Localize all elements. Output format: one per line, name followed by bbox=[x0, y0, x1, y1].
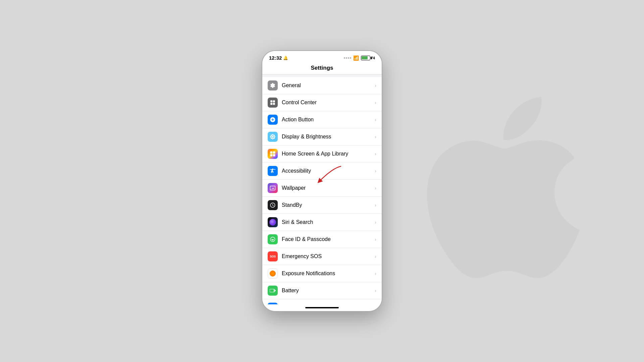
face-id-label: Face ID & Passcode bbox=[282, 236, 375, 242]
svg-rect-13 bbox=[275, 290, 276, 291]
general-icon bbox=[268, 80, 278, 90]
standby-chevron: › bbox=[375, 202, 376, 208]
sidebar-item-general[interactable]: General › bbox=[262, 77, 382, 94]
standby-icon bbox=[268, 200, 278, 210]
mute-icon: 🔔 bbox=[283, 56, 288, 60]
display-brightness-chevron: › bbox=[375, 134, 376, 139]
exposure-notifications-label: Exposure Notifications bbox=[282, 270, 375, 277]
sidebar-item-exposure-notifications[interactable]: Exposure Notifications › bbox=[262, 265, 382, 282]
home-indicator bbox=[305, 307, 339, 308]
status-time: 12:32 🔔 bbox=[269, 55, 288, 61]
svg-rect-12 bbox=[270, 289, 274, 292]
svg-rect-3 bbox=[270, 103, 272, 105]
page-title: Settings bbox=[311, 65, 333, 71]
face-id-chevron: › bbox=[375, 237, 376, 242]
general-label: General bbox=[282, 82, 375, 88]
sidebar-item-action-button[interactable]: Action Button › bbox=[262, 111, 382, 128]
sidebar-item-accessibility[interactable]: Accessibility › bbox=[262, 163, 382, 180]
svg-rect-2 bbox=[273, 100, 275, 102]
control-center-chevron: › bbox=[375, 100, 376, 105]
emergency-sos-label: Emergency SOS bbox=[282, 253, 375, 259]
standby-label: StandBy bbox=[282, 202, 375, 208]
privacy-security-icon bbox=[268, 303, 278, 304]
svg-rect-6 bbox=[273, 152, 275, 154]
siri-search-chevron: › bbox=[375, 220, 376, 225]
battery-icon bbox=[268, 286, 278, 296]
svg-rect-4 bbox=[273, 103, 275, 105]
siri-icon bbox=[268, 217, 278, 227]
emergency-sos-icon: SOS bbox=[268, 251, 278, 261]
sidebar-item-battery[interactable]: Battery › bbox=[262, 282, 382, 299]
display-brightness-label: Display & Brightness bbox=[282, 134, 375, 140]
battery-chevron: › bbox=[375, 288, 376, 293]
home-screen-icon bbox=[268, 149, 278, 159]
sidebar-item-standby[interactable]: StandBy › bbox=[262, 197, 382, 214]
display-brightness-icon bbox=[268, 132, 278, 142]
signal-icon bbox=[344, 57, 351, 59]
action-button-chevron: › bbox=[375, 117, 376, 122]
bottom-bar bbox=[262, 304, 382, 311]
home-screen-chevron: › bbox=[375, 151, 376, 157]
sidebar-item-control-center[interactable]: Control Center › bbox=[262, 94, 382, 111]
status-bar: 12:32 🔔 📶 74 bbox=[262, 51, 382, 63]
phone-frame: 12:32 🔔 📶 74 Settings bbox=[262, 50, 382, 312]
wallpaper-icon bbox=[268, 183, 278, 193]
sidebar-item-face-id[interactable]: Face ID & Passcode › bbox=[262, 231, 382, 248]
sidebar-item-privacy-security[interactable]: Privacy & Security › bbox=[262, 299, 382, 304]
action-button-label: Action Button bbox=[282, 117, 375, 123]
nav-bar: Settings bbox=[262, 63, 382, 74]
home-screen-label: Home Screen & App Library bbox=[282, 151, 375, 157]
face-id-icon bbox=[268, 234, 278, 244]
sidebar-item-display-brightness[interactable]: Display & Brightness › bbox=[262, 128, 382, 145]
battery-label: Battery bbox=[282, 288, 375, 294]
settings-list[interactable]: General › Control Center › Action Button… bbox=[262, 74, 382, 304]
action-button-icon bbox=[268, 115, 278, 125]
svg-rect-5 bbox=[270, 152, 273, 154]
exposure-notifications-chevron: › bbox=[375, 271, 376, 276]
sidebar-item-wallpaper[interactable]: Wallpaper › bbox=[262, 180, 382, 197]
emergency-sos-chevron: › bbox=[375, 254, 376, 259]
svg-rect-8 bbox=[273, 154, 275, 157]
accessibility-icon bbox=[268, 166, 278, 176]
accessibility-chevron: › bbox=[375, 168, 376, 174]
general-chevron: › bbox=[375, 83, 376, 88]
siri-search-label: Siri & Search bbox=[282, 219, 375, 225]
svg-rect-7 bbox=[270, 154, 273, 157]
sidebar-item-home-screen[interactable]: Home Screen & App Library › bbox=[262, 145, 382, 163]
control-center-icon bbox=[268, 98, 278, 108]
control-center-label: Control Center bbox=[282, 100, 375, 106]
svg-rect-1 bbox=[270, 100, 272, 102]
exposure-notifications-icon bbox=[268, 268, 278, 279]
status-icons: 📶 74 bbox=[344, 55, 375, 61]
sidebar-item-emergency-sos[interactable]: SOS Emergency SOS › bbox=[262, 248, 382, 265]
wifi-icon: 📶 bbox=[353, 55, 359, 61]
time-display: 12:32 bbox=[269, 55, 282, 61]
accessibility-label: Accessibility bbox=[282, 168, 375, 174]
sidebar-item-siri-search[interactable]: Siri & Search › bbox=[262, 214, 382, 231]
wallpaper-label: Wallpaper bbox=[282, 185, 375, 191]
wallpaper-chevron: › bbox=[375, 185, 376, 191]
battery-status: 74 bbox=[361, 56, 375, 60]
apple-logo-background bbox=[409, 84, 604, 278]
settings-section-1: General › Control Center › Action Button… bbox=[262, 77, 382, 304]
